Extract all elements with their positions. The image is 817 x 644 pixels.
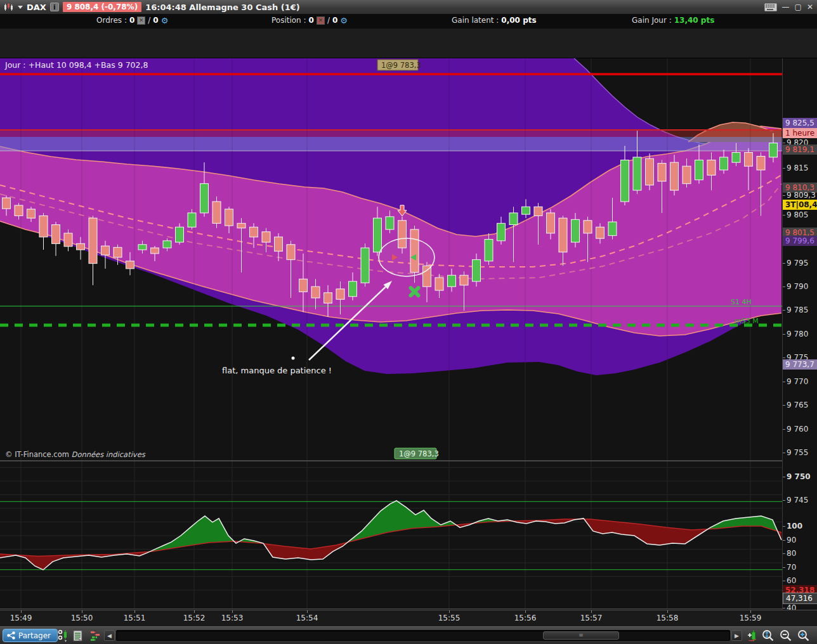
candlestick-chart-icon [4, 3, 14, 11]
gain-jour: Gain Jour : 13,40 pts [632, 16, 714, 25]
time-axis-label: 15:50 [71, 614, 93, 622]
instrument-dropdown-caret[interactable] [18, 6, 23, 9]
orders-count2: 0 [153, 16, 158, 25]
orders-settings-icon[interactable]: ⚙ [161, 16, 169, 25]
share-button[interactable]: Partager [3, 629, 58, 642]
price-axis-label: 90 [783, 536, 817, 544]
scroll-left-button[interactable]: ◀ [104, 630, 115, 641]
scroll-right-button[interactable]: ▶ [731, 630, 742, 641]
time-tick [307, 610, 308, 613]
instrument-name: DAX [27, 3, 46, 12]
price-axis-label: 100 [783, 522, 817, 531]
price-axis-chip: 9 799,6 [783, 236, 817, 246]
time-tick [82, 610, 82, 613]
time-tick [667, 610, 668, 613]
price-axis-chip: 47,316 [783, 593, 817, 604]
time-tick [21, 610, 22, 613]
candle-cursor-icon [57, 629, 69, 642]
gain-jour-label: Gain Jour : [632, 16, 672, 25]
chart-toolbar: 100 unités 21 (x) ticks ▶ [0, 29, 817, 58]
orders-count: 0 [129, 16, 134, 25]
zoom-vertical-button[interactable] [761, 629, 775, 643]
price-axis-label: 9 785 [783, 306, 817, 314]
bottom-toolbar: Partager ◀ ≡ [0, 626, 817, 644]
position-count: 0 [309, 16, 314, 25]
time-tick [525, 610, 526, 613]
thumb-grip-icon: ≡ [578, 633, 584, 638]
magnifier-plus-icon [797, 629, 811, 643]
price-axis-label: 80 [783, 549, 817, 558]
trading-mode-button[interactable] [56, 629, 70, 643]
close-position-icon[interactable]: ✕ [317, 16, 325, 25]
price-axis-label: 9 805 [783, 210, 817, 219]
orders-separator: / [148, 16, 150, 25]
time-axis-label: 15:58 [657, 614, 679, 622]
notes-button[interactable] [71, 629, 85, 643]
price-axis-label: 9 765 [783, 401, 817, 409]
chart-scrollbar[interactable]: ≡ [116, 630, 730, 641]
time-axis-label: 15:55 [438, 614, 461, 622]
svg-text:1@9 783,3: 1@9 783,3 [381, 61, 421, 70]
auto-scale-button[interactable] [746, 629, 760, 643]
gain-latent: Gain latent : 0,00 pts [452, 16, 537, 25]
time-axis-label: 15:52 [183, 614, 206, 622]
price-axis-label: 9 770 [783, 377, 817, 386]
price-axis-label: 9 750 [783, 472, 817, 481]
price-axis-label: 70 [783, 563, 817, 572]
position-settings-icon[interactable]: ⚙ [340, 16, 348, 25]
share-icon [7, 631, 15, 640]
time-axis-label: 15:51 [124, 614, 146, 622]
time-axis-label: 15:49 [10, 614, 32, 622]
time-tick [591, 610, 592, 613]
cancel-orders-icon[interactable]: ✕ [137, 16, 145, 25]
zoom-out-button[interactable] [779, 629, 793, 643]
time-axis[interactable]: 15:4915:5015:5115:5215:5315:5415:5515:56… [0, 610, 817, 626]
price-axis-label: 9 790 [783, 282, 817, 291]
orders-label: Ordres : [96, 16, 127, 25]
svg-text:© IT-Finance.com Données indic: © IT-Finance.com Données indicatives [5, 450, 146, 459]
price-axis-label: 9 755 [783, 448, 817, 457]
scroll-right-icon: ▶ [735, 633, 739, 639]
scrollbar-thumb[interactable]: ≡ [543, 631, 619, 640]
time-axis-label: 15:56 [514, 614, 537, 622]
close-button[interactable]: ✕ [807, 3, 813, 11]
orderbook-icon [89, 630, 101, 641]
price-axis-label: 9 815 [783, 164, 817, 172]
price-axis-chip: 9 825,5 [783, 118, 817, 128]
time-tick [750, 610, 751, 613]
gain-latent-value: 0,00 pts [501, 16, 536, 25]
price-axis-label: 9 745 [783, 496, 817, 505]
keyboard-icon[interactable] [764, 3, 777, 11]
svg-text:mS3 M: mS3 M [735, 317, 759, 325]
magnifier-minus-icon [779, 629, 793, 643]
minimize-button[interactable]: — [782, 3, 790, 11]
info-icon[interactable]: i [50, 3, 59, 11]
price-axis-label: 60 [783, 576, 817, 585]
main-chart[interactable]: S1 4HmS3 Mflat, manque de patience !Jour… [0, 58, 782, 610]
position-separator: / [327, 16, 330, 25]
orderbook-button[interactable] [88, 629, 102, 643]
price-axis-label: 9 809,3 [783, 191, 817, 200]
orders-status: Ordres : 0 ✕ / 0 ⚙ [96, 16, 168, 25]
status-row: Ordres : 0 ✕ / 0 ⚙ Position : 0 ✕ / 0 ⚙ … [0, 14, 817, 29]
time-axis-label: 15:59 [740, 614, 762, 622]
time-axis-label: 15:57 [580, 614, 603, 622]
price-axis-label: 9 795 [783, 259, 817, 267]
svg-text:S1 4H: S1 4H [731, 298, 752, 306]
time-tick [134, 610, 135, 613]
time-axis-label: 15:53 [221, 614, 244, 622]
notes-icon [73, 630, 83, 641]
gain-jour-value: 13,40 pts [674, 16, 715, 25]
price-axis[interactable]: 9 825,51 heure9 8209 819,19 8159 810,39 … [782, 58, 817, 610]
candle-plus-icon [747, 629, 759, 642]
maximize-button[interactable]: ▢ [795, 3, 802, 11]
price-axis-chip: 9 773,7 [783, 359, 817, 370]
scroll-left-icon: ◀ [107, 633, 112, 639]
svg-text:flat, manque de patience !: flat, manque de patience ! [222, 366, 332, 375]
price-axis-chip: 1 heure [783, 128, 817, 138]
zoom-in-button[interactable] [797, 629, 811, 643]
last-price-badge: 9 808,4 (-0,78%) [63, 2, 141, 12]
position-count2: 0 [332, 16, 337, 25]
time-tick [232, 610, 233, 613]
svg-text:Jour : +Haut 10 098,4 +Bas 9: Jour : +Haut 10 098,4 +Bas 9 702,8 [4, 60, 148, 70]
